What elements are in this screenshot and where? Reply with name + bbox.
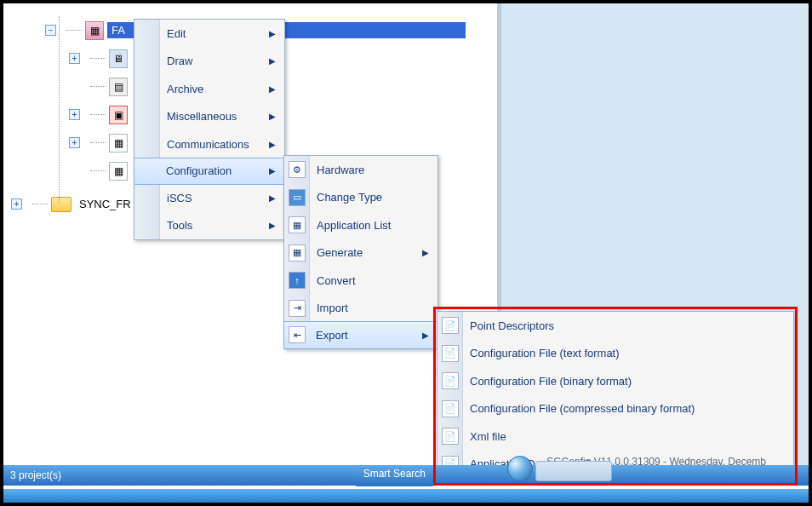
menu-item-label: iSCS [167,192,192,204]
expand-icon[interactable]: + [69,137,80,148]
menu-item-label: Tools [167,219,192,232]
menu-item-label: Xml file [470,430,506,443]
menu-item-export[interactable]: ⇤Export▶ [283,321,438,349]
expand-icon[interactable]: + [69,109,80,120]
rack-icon: ▤ [109,78,128,96]
tree-node-folder[interactable]: SYNC_FR [75,196,135,212]
change-type-icon: ▭ [289,189,306,206]
menu-item-convert[interactable]: ↑Convert [284,267,437,295]
module-icon: ▣ [109,106,128,124]
doc-icon: 📄 [442,372,459,389]
menu-item-archive[interactable]: Archive▶ [134,75,284,103]
doc-icon: 📄 [442,400,459,417]
folder-icon [51,197,71,212]
submenu-arrow-icon: ▶ [269,166,276,175]
menu-item-label: Import [317,302,348,314]
menu-item-label: Configuration File (binary format) [470,375,632,388]
grid-icon: ▦ [109,134,128,152]
menu-item-application-list[interactable]: ▦Application List [284,211,437,239]
device-icon: ▦ [85,21,104,40]
hardware-icon: ⚙ [289,161,306,178]
menu-item-label: Configuration [166,164,232,177]
taskbar-tab[interactable] [535,461,612,481]
submenu-arrow-icon: ▶ [269,193,276,203]
menu-item-miscellaneous[interactable]: Miscellaneous▶ [134,103,284,131]
menu-item-label: Convert [317,274,356,287]
submenu-arrow-icon: ▶ [269,56,276,66]
menu-item-label: Generate [317,246,363,259]
doc-icon: 📄 [442,345,459,362]
start-orb-icon[interactable] [507,456,533,481]
menu-item-config-binary[interactable]: 📄Configuration File (binary format) [437,367,793,395]
menu-item-label: Configuration File (compressed binary fo… [470,402,695,415]
smart-search-widget[interactable]: Smart Search [355,465,434,486]
menu-item-label: Edit [167,27,186,40]
submenu-arrow-icon: ▶ [422,331,429,340]
menu-item-change-type[interactable]: ▭Change Type [284,184,437,212]
app-list-icon: ▦ [289,216,306,233]
generate-icon: ▦ [289,244,306,262]
submenu-arrow-icon: ▶ [269,112,276,121]
submenu-arrow-icon: ▶ [269,140,276,149]
os-taskbar[interactable] [3,489,809,503]
menu-item-label: Change Type [317,191,382,204]
menu-item-label: Archive [167,83,203,95]
menu-item-iscs[interactable]: iSCS▶ [134,184,284,212]
doc-icon: 📄 [442,428,459,445]
submenu-export[interactable]: 📄Point Descriptors 📄Configuration File (… [437,311,794,479]
submenu-configuration[interactable]: ⚙Hardware ▭Change Type ▦Application List… [283,155,438,349]
submenu-arrow-icon: ▶ [269,221,276,230]
menu-item-point-descriptors[interactable]: 📄Point Descriptors [437,312,793,340]
menu-item-label: Export [316,329,348,342]
menu-item-config-compressed[interactable]: 📄Configuration File (compressed binary f… [437,395,793,423]
menu-item-draw[interactable]: Draw▶ [134,48,284,76]
menu-item-generate[interactable]: ▦Generate▶ [284,239,437,267]
menu-item-config-text[interactable]: 📄Configuration File (text format) [437,340,793,368]
smart-search-label: Smart Search [363,468,426,480]
menu-item-label: Communications [167,138,249,151]
menu-item-label: Point Descriptors [470,319,554,332]
submenu-arrow-icon: ▶ [422,248,429,257]
menu-item-communications[interactable]: Communications▶ [134,130,284,158]
export-icon: ⇤ [289,326,306,343]
menu-item-configuration[interactable]: Configuration▶ [134,158,285,186]
expand-icon[interactable]: + [11,198,22,210]
context-menu-main[interactable]: Edit▶ Draw▶ Archive▶ Miscellaneous▶ Comm… [134,19,285,240]
menu-item-tools[interactable]: Tools▶ [134,212,284,240]
convert-icon: ↑ [289,272,306,289]
menu-item-label: Miscellaneous [167,110,237,123]
expand-icon[interactable]: + [69,53,80,64]
doc-icon: 📄 [442,317,459,334]
menu-item-label: Draw [167,55,192,67]
submenu-arrow-icon: ▶ [269,29,276,38]
menu-item-label: Hardware [317,164,364,176]
menu-item-label: Configuration File (text format) [470,347,620,359]
menu-item-import[interactable]: ⇥Import [284,295,437,323]
menu-item-xml-file[interactable]: 📄Xml file [437,423,793,451]
menu-item-label: Application List [317,219,391,232]
collapse-icon[interactable]: − [45,25,56,36]
menu-item-hardware[interactable]: ⚙Hardware [284,156,437,184]
status-projects: 3 project(s) [10,469,61,481]
monitor-icon: 🖥 [109,49,128,68]
import-icon: ⇥ [289,300,306,317]
submenu-arrow-icon: ▶ [269,84,276,94]
grid-icon: ▦ [109,162,128,181]
menu-item-edit[interactable]: Edit▶ [134,20,284,48]
